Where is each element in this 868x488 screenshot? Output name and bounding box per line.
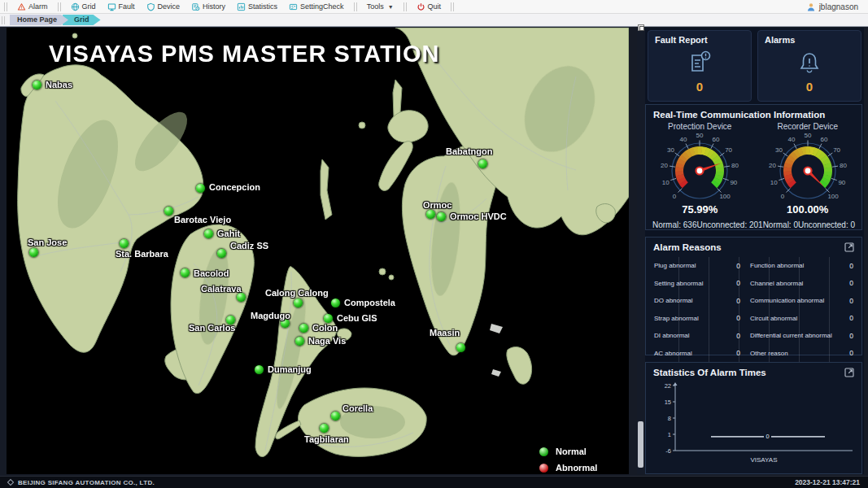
svg-text:VISAYAS: VISAYAS — [750, 456, 777, 464]
station-marker-ormoc[interactable] — [426, 210, 435, 219]
legend-label: Normal — [556, 447, 587, 456]
tab-home-page[interactable]: Home Page — [10, 15, 68, 25]
toolbar-button-label: Device — [158, 2, 181, 11]
alarm-reason-label: Circuit abnormal — [750, 315, 797, 322]
station-label: Concepcion — [209, 182, 260, 192]
toolbar-button-label: Tools — [367, 2, 384, 11]
alarm-statistics-title: Statistics Of Alarm Times — [653, 368, 766, 377]
station-marker-concepcion[interactable] — [196, 184, 205, 193]
svg-text:20: 20 — [769, 162, 776, 169]
vertical-scrollbar[interactable] — [637, 28, 645, 474]
station-marker-corella[interactable] — [331, 412, 340, 420]
toolbar-button-history[interactable]: History — [185, 1, 231, 13]
alarm-reason-row: AC abnormal0 — [654, 345, 740, 363]
toolbar-button-alarm[interactable]: Alarm — [11, 1, 54, 13]
fault-report-card[interactable]: Fault Report 0 — [648, 30, 752, 102]
expand-icon[interactable] — [844, 242, 854, 252]
svg-text:30: 30 — [775, 146, 783, 154]
history-icon — [191, 2, 200, 11]
station-marker-calong-calong[interactable] — [294, 298, 303, 307]
alarms-card[interactable]: Alarms 0 — [757, 30, 861, 102]
alarm-reason-label: Channel abnormal — [750, 280, 803, 287]
station-label: Ormoc HVDC — [450, 211, 507, 221]
tabbar-drag-handle[interactable] — [2, 16, 5, 24]
toolbar-button-grid[interactable]: Grid — [65, 1, 102, 13]
map-title: VISAYAS PMS MASTER STATION — [49, 41, 439, 68]
svg-text:90: 90 — [731, 179, 738, 186]
gauge-protection-device: Protection Device01020304050607080901007… — [646, 121, 754, 216]
toolbar-button-device[interactable]: Device — [141, 1, 186, 13]
station-marker-babatngon[interactable] — [478, 159, 487, 168]
abnormal-dot-icon — [539, 464, 548, 473]
user-menu[interactable]: jblagnason — [806, 0, 858, 14]
station-marker-sta-barbara[interactable] — [120, 239, 129, 248]
alarm-reason-label: Setting abnormal — [654, 280, 703, 287]
toolbar-button-quit[interactable]: Quit — [411, 1, 447, 13]
alarm-reason-row: Differential current abnormal0 — [750, 327, 853, 345]
svg-text:40: 40 — [787, 136, 795, 143]
station-marker-dumanjug[interactable] — [255, 365, 264, 374]
station-label: Nabas — [46, 80, 72, 89]
alarm-reason-row: Channel abnormal0 — [750, 275, 853, 293]
station-label: San Jose — [28, 237, 67, 247]
toolbar: AlarmGridFaultDeviceHistoryStatisticsSet… — [0, 0, 868, 14]
gauge-recorder-device: Recorder Device0102030405060708090100100… — [754, 121, 862, 216]
svg-text:60: 60 — [820, 136, 827, 143]
station-label: San Carlos — [189, 323, 235, 333]
normal-dot-icon — [539, 447, 548, 456]
station-marker-gahit[interactable] — [204, 229, 213, 238]
station-marker-naga-vis[interactable] — [295, 337, 304, 346]
alarm-reason-row: Circuit abnormal0 — [750, 310, 853, 328]
station-label: Cebu GIS — [337, 313, 377, 323]
panel-collapse-button[interactable] — [638, 24, 644, 31]
station-marker-bacolod[interactable] — [181, 268, 190, 277]
station-marker-maasin[interactable] — [456, 343, 465, 352]
toolbar-drag-handle[interactable] — [451, 2, 454, 11]
toolbar-groups: AlarmGridFaultDeviceHistoryStatisticsSet… — [0, 0, 458, 13]
scrollbar-thumb[interactable] — [638, 421, 643, 468]
station-label: Corella — [342, 403, 373, 413]
expand-icon[interactable] — [844, 368, 854, 377]
alarm-reason-value: 0 — [845, 262, 853, 270]
station-label: Naga Vis — [308, 336, 346, 346]
comm-section-title: Real-Time Communication Information — [653, 110, 825, 120]
svg-text:22: 22 — [664, 382, 670, 390]
toolbar-button-label: Fault — [119, 2, 135, 11]
svg-text:100: 100 — [827, 193, 839, 200]
toolbar-button-settingcheck[interactable]: SettingCheck — [283, 1, 350, 13]
toolbar-button-tools[interactable]: Tools▼ — [361, 1, 399, 13]
comm-stat: Normal: 0 — [763, 220, 798, 229]
right-panel: Fault Report 0 Alarms — [645, 28, 864, 474]
svg-text:10: 10 — [770, 179, 777, 186]
realtime-communication-section: Real-Time Communication Information Prot… — [645, 104, 862, 230]
map-pane[interactable]: VISAYAS PMS MASTER STATION NabasConcepci… — [7, 28, 629, 474]
toolbar-drag-handle[interactable] — [4, 2, 7, 11]
station-marker-colon[interactable] — [299, 324, 308, 333]
alarm-reason-label: DI abnormal — [654, 332, 690, 339]
station-marker-cadiz-ss[interactable] — [217, 249, 226, 258]
station-marker-nabas[interactable] — [33, 81, 41, 89]
alarm-reason-value: 0 — [845, 349, 853, 357]
toolbar-button-fault[interactable]: Fault — [102, 1, 141, 13]
toolbar-drag-handle[interactable] — [58, 2, 61, 11]
svg-text:0: 0 — [780, 193, 784, 200]
toolbar-button-statistics[interactable]: Statistics — [231, 1, 283, 13]
svg-text:15: 15 — [664, 399, 670, 406]
alarm-reasons-section: Alarm Reasons Plug abnormal0Setting abno… — [645, 237, 862, 355]
monitor-icon — [107, 2, 116, 11]
toolbar-drag-handle[interactable] — [354, 2, 357, 11]
gauge-dial: 0102030405060708090100 — [654, 131, 745, 206]
station-marker-barotac-viejo[interactable] — [164, 207, 173, 216]
svg-text:40: 40 — [680, 136, 687, 143]
alarm-reason-value: 0 — [732, 279, 740, 287]
station-marker-calatrava[interactable] — [237, 293, 246, 302]
station-marker-ormoc-hvdc[interactable] — [437, 212, 446, 221]
tab-bar: Home PageGrid — [0, 14, 868, 27]
station-marker-san-jose[interactable] — [29, 248, 38, 257]
station-marker-compostela[interactable] — [331, 298, 340, 307]
station-marker-tagbilaran[interactable] — [320, 424, 329, 433]
alarm-times-chart: 221581-60VISAYAS — [648, 381, 861, 472]
station-marker-cebu-gis[interactable] — [324, 314, 333, 323]
toolbar-drag-handle[interactable] — [403, 2, 407, 11]
station-label: Tagbilaran — [304, 434, 349, 444]
